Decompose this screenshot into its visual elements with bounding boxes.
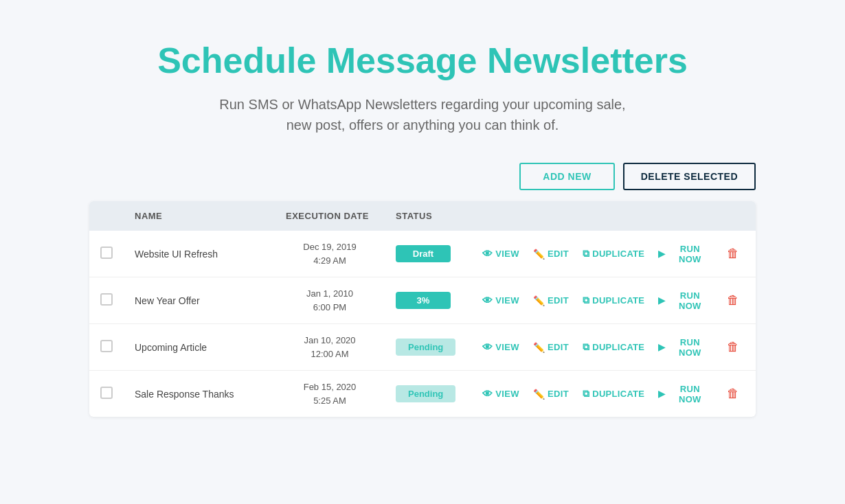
- eye-icon: 👁: [482, 248, 493, 260]
- run-now-button[interactable]: ▶ RUN NOW: [654, 334, 716, 360]
- duplicate-label: DUPLICATE: [592, 295, 644, 306]
- row-actions: 👁 VIEW ✏️ EDIT ⧉ DUPLICATE ▶ RUN NOW 🗑: [467, 371, 756, 417]
- row-name: Upcoming Article: [124, 324, 275, 371]
- edit-label: EDIT: [548, 389, 569, 399]
- row-checkbox-cell: [89, 231, 124, 277]
- edit-icon: ✏️: [533, 295, 545, 306]
- edit-button[interactable]: ✏️ EDIT: [529, 339, 573, 356]
- page-header: Schedule Message Newsletters Run SMS or …: [157, 41, 688, 135]
- run-now-button[interactable]: ▶ RUN NOW: [654, 288, 716, 314]
- row-checkbox[interactable]: [100, 387, 113, 399]
- edit-icon: ✏️: [533, 249, 545, 260]
- play-icon: ▶: [658, 342, 665, 352]
- row-checkbox-cell: [89, 324, 124, 371]
- duplicate-button[interactable]: ⧉ DUPLICATE: [578, 385, 649, 402]
- table-row: Website UI RefreshDec 19, 20194:29 AMDra…: [89, 231, 756, 277]
- row-actions: 👁 VIEW ✏️ EDIT ⧉ DUPLICATE ▶ RUN NOW 🗑: [467, 277, 756, 324]
- row-status: Pending: [385, 371, 467, 417]
- delete-selected-button[interactable]: DELETE SELECTED: [623, 163, 756, 190]
- run-now-button[interactable]: ▶ RUN NOW: [654, 381, 716, 407]
- duplicate-icon: ⧉: [583, 341, 589, 353]
- delete-row-button[interactable]: 🗑: [721, 244, 745, 264]
- run-now-label: RUN NOW: [668, 290, 712, 311]
- row-execution-date: Jan 1, 20106:00 PM: [275, 277, 385, 324]
- row-status: Draft: [385, 231, 467, 277]
- eye-icon: 👁: [482, 341, 493, 353]
- duplicate-icon: ⧉: [583, 388, 589, 400]
- duplicate-label: DUPLICATE: [592, 342, 644, 352]
- add-new-button[interactable]: ADD NEW: [519, 163, 614, 190]
- duplicate-button[interactable]: ⧉ DUPLICATE: [578, 339, 649, 356]
- delete-row-button[interactable]: 🗑: [721, 384, 745, 404]
- status-badge: Draft: [396, 245, 451, 262]
- row-checkbox-cell: [89, 371, 124, 417]
- run-now-button[interactable]: ▶ RUN NOW: [654, 241, 716, 267]
- edit-button[interactable]: ✏️ EDIT: [529, 386, 573, 402]
- title-part2: Newsletters: [487, 41, 688, 80]
- row-execution-date: Dec 19, 20194:29 AM: [275, 231, 385, 277]
- row-status: 3%: [385, 277, 467, 324]
- col-checkbox: [89, 201, 124, 231]
- eye-icon: 👁: [482, 295, 493, 306]
- col-actions-header: [467, 201, 756, 231]
- delete-row-button[interactable]: 🗑: [721, 337, 745, 357]
- run-now-label: RUN NOW: [668, 244, 712, 264]
- page-subtitle: Run SMS or WhatsApp Newsletters regardin…: [157, 94, 688, 135]
- trash-icon: 🗑: [727, 293, 739, 308]
- edit-label: EDIT: [548, 249, 569, 259]
- duplicate-label: DUPLICATE: [592, 249, 644, 259]
- table-row: New Year OfferJan 1, 20106:00 PM3% 👁 VIE…: [89, 277, 756, 324]
- view-button[interactable]: 👁 VIEW: [478, 292, 523, 309]
- col-name-header: NAME: [124, 201, 275, 231]
- newsletters-table: NAME EXECUTION DATE STATUS Website UI Re…: [89, 201, 756, 417]
- row-status: Pending: [385, 324, 467, 371]
- row-name: Website UI Refresh: [124, 231, 275, 277]
- edit-button[interactable]: ✏️ EDIT: [529, 293, 573, 309]
- play-icon: ▶: [658, 389, 665, 399]
- row-name: New Year Offer: [124, 277, 275, 324]
- status-badge: Pending: [396, 339, 455, 356]
- row-checkbox-cell: [89, 277, 124, 324]
- play-icon: ▶: [658, 249, 665, 259]
- table-header-row: NAME EXECUTION DATE STATUS: [89, 201, 756, 231]
- edit-button[interactable]: ✏️ EDIT: [529, 246, 573, 262]
- col-status-header: STATUS: [385, 201, 467, 231]
- view-label: VIEW: [495, 342, 519, 352]
- edit-icon: ✏️: [533, 389, 545, 400]
- col-date-header: EXECUTION DATE: [275, 201, 385, 231]
- edit-label: EDIT: [548, 295, 569, 306]
- edit-icon: ✏️: [533, 342, 545, 353]
- run-now-label: RUN NOW: [668, 337, 712, 358]
- row-name: Sale Response Thanks: [124, 371, 275, 417]
- edit-label: EDIT: [548, 342, 569, 352]
- row-checkbox[interactable]: [100, 247, 113, 259]
- delete-row-button[interactable]: 🗑: [721, 290, 745, 310]
- status-badge: Pending: [396, 385, 455, 402]
- row-checkbox[interactable]: [100, 340, 113, 352]
- view-button[interactable]: 👁 VIEW: [478, 385, 523, 402]
- row-actions: 👁 VIEW ✏️ EDIT ⧉ DUPLICATE ▶ RUN NOW 🗑: [467, 324, 756, 371]
- table-row: Sale Response ThanksFeb 15, 20205:25 AMP…: [89, 371, 756, 417]
- view-label: VIEW: [495, 389, 519, 399]
- duplicate-label: DUPLICATE: [592, 389, 644, 399]
- title-part1: Schedule Message: [157, 41, 487, 80]
- row-checkbox[interactable]: [100, 293, 113, 306]
- row-execution-date: Jan 10, 202012:00 AM: [275, 324, 385, 371]
- duplicate-button[interactable]: ⧉ DUPLICATE: [578, 292, 649, 309]
- row-actions: 👁 VIEW ✏️ EDIT ⧉ DUPLICATE ▶ RUN NOW 🗑: [467, 231, 756, 277]
- toolbar: ADD NEW DELETE SELECTED: [89, 163, 756, 190]
- duplicate-button[interactable]: ⧉ DUPLICATE: [578, 245, 649, 262]
- duplicate-icon: ⧉: [583, 295, 589, 306]
- view-button[interactable]: 👁 VIEW: [478, 339, 523, 356]
- trash-icon: 🗑: [727, 247, 739, 261]
- status-badge: 3%: [396, 292, 451, 309]
- page-title: Schedule Message Newsletters: [157, 41, 688, 80]
- row-execution-date: Feb 15, 20205:25 AM: [275, 371, 385, 417]
- eye-icon: 👁: [482, 388, 493, 400]
- duplicate-icon: ⧉: [583, 248, 589, 260]
- trash-icon: 🗑: [727, 387, 739, 401]
- trash-icon: 🗑: [727, 340, 739, 354]
- view-label: VIEW: [495, 295, 519, 306]
- view-label: VIEW: [495, 249, 519, 259]
- view-button[interactable]: 👁 VIEW: [478, 245, 523, 262]
